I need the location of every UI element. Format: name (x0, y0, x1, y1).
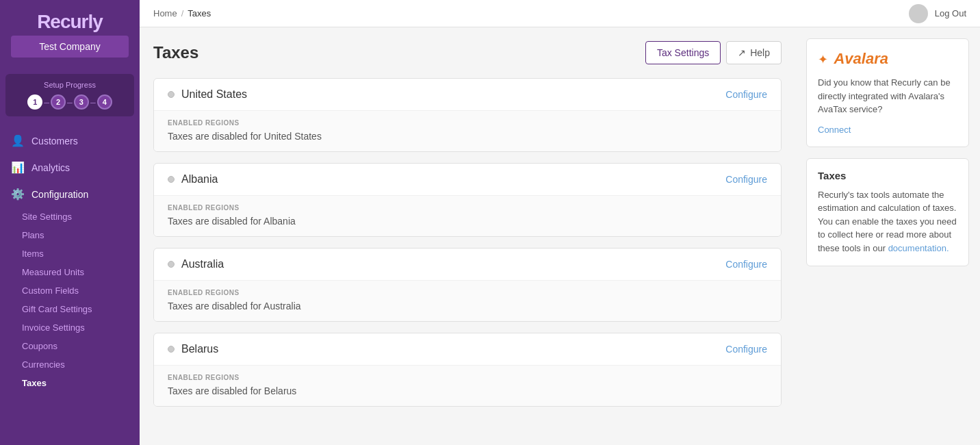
tax-card-body-belarus: ENABLED REGIONS Taxes are disabled for B… (154, 365, 781, 406)
step-dot-1: – (44, 97, 49, 107)
enabled-regions-label-us: ENABLED REGIONS (168, 119, 767, 127)
configuration-label: Configuration (31, 189, 88, 200)
tax-card-body-australia: ENABLED REGIONS Taxes are disabled for A… (154, 280, 781, 321)
tax-country-belarus: Belarus (168, 343, 218, 355)
step-dot-2: – (67, 97, 73, 107)
analytics-icon: 📊 (11, 161, 25, 174)
regions-text-belarus: Taxes are disabled for Belarus (168, 385, 767, 396)
tax-card-albania: Albania Configure ENABLED REGIONS Taxes … (153, 163, 782, 237)
status-dot-albania (168, 176, 175, 183)
tax-card-header-albania: Albania Configure (154, 164, 781, 195)
progress-steps: 1 – 2 – 3 – 4 (14, 94, 126, 110)
sidebar-item-currencies[interactable]: Currencies (0, 355, 140, 374)
setup-progress-label: Setup Progress (14, 81, 126, 89)
enabled-regions-label-australia: ENABLED REGIONS (168, 289, 767, 296)
country-name-united-states: United States (181, 88, 247, 101)
country-name-albania: Albania (181, 173, 218, 186)
tax-card-body-albania: ENABLED REGIONS Taxes are disabled for A… (154, 195, 781, 236)
sidebar-item-measured-units[interactable]: Measured Units (0, 263, 140, 281)
nav-section: 👤 Customers 📊 Analytics ⚙️ Configuration… (0, 122, 140, 445)
tax-card-belarus: Belarus Configure ENABLED REGIONS Taxes … (153, 333, 782, 407)
tax-card-header-belarus: Belarus Configure (154, 333, 781, 365)
breadcrumb: Home / Taxes (153, 8, 211, 18)
taxes-info-card: Taxes Recurly's tax tools automate the e… (806, 158, 969, 267)
tax-card-australia: Australia Configure ENABLED REGIONS Taxe… (153, 248, 782, 322)
help-button[interactable]: ↗ Help (726, 41, 782, 64)
sidebar-item-plans[interactable]: Plans (0, 226, 140, 244)
avalara-logo: ✦ Avalara (818, 50, 957, 68)
sidebar-item-invoice-settings[interactable]: Invoice Settings (0, 318, 140, 337)
logout-button[interactable]: Log Out (935, 8, 966, 18)
tax-card-header-australia: Australia Configure (154, 249, 781, 280)
status-dot-united-states (168, 91, 175, 98)
step-3: 3 (74, 94, 89, 110)
external-link-icon: ↗ (738, 47, 746, 58)
tax-country-albania: Albania (168, 173, 218, 186)
configure-link-albania[interactable]: Configure (725, 174, 767, 185)
tax-country-united-states: United States (168, 88, 247, 101)
configure-link-belarus[interactable]: Configure (725, 344, 767, 355)
customers-icon: 👤 (11, 134, 25, 147)
setup-progress: Setup Progress 1 – 2 – 3 – 4 (5, 74, 134, 116)
logo-r: R (37, 11, 50, 32)
configure-link-australia[interactable]: Configure (725, 259, 767, 270)
step-4: 4 (97, 94, 112, 110)
logo-text: Recurly (11, 11, 129, 33)
country-name-belarus: Belarus (181, 343, 218, 355)
regions-text-us: Taxes are disabled for United States (168, 131, 767, 142)
regions-text-albania: Taxes are disabled for Albania (168, 216, 767, 227)
topbar: Home / Taxes Log Out (140, 0, 980, 27)
breadcrumb-current: Taxes (188, 8, 211, 18)
breadcrumb-home[interactable]: Home (153, 8, 177, 18)
step-1: 1 (27, 94, 42, 110)
step-dot-3: – (90, 97, 96, 107)
analytics-label: Analytics (31, 162, 70, 173)
tax-card-body-united-states: ENABLED REGIONS Taxes are disabled for U… (154, 110, 781, 151)
sidebar-item-configuration[interactable]: ⚙️ Configuration (0, 181, 140, 207)
sidebar-item-customers[interactable]: 👤 Customers (0, 127, 140, 154)
status-dot-australia (168, 261, 175, 268)
main: Home / Taxes Log Out Taxes Tax Settings … (140, 0, 980, 445)
taxes-info-description: Recurly's tax tools automate the estimat… (818, 188, 957, 255)
page-title: Taxes (153, 43, 198, 62)
country-name-australia: Australia (181, 258, 224, 270)
status-dot-belarus (168, 346, 175, 353)
tax-card-header-united-states: United States Configure (154, 79, 781, 110)
sidebar-item-taxes[interactable]: Taxes (0, 374, 140, 392)
avalara-connect-link[interactable]: Connect (818, 125, 851, 135)
avalara-description: Did you know that Recurly can be directl… (818, 76, 957, 116)
sidebar-item-site-settings[interactable]: Site Settings (0, 207, 140, 226)
page-header: Taxes Tax Settings ↗ Help (153, 41, 782, 64)
avalara-icon: ✦ (818, 53, 828, 66)
help-label: Help (750, 47, 770, 58)
tax-country-australia: Australia (168, 258, 224, 270)
sidebar-item-custom-fields[interactable]: Custom Fields (0, 281, 140, 300)
main-content: Taxes Tax Settings ↗ Help United States (140, 27, 795, 445)
taxes-documentation-link[interactable]: documentation. (888, 243, 949, 253)
regions-text-australia: Taxes are disabled for Australia (168, 301, 767, 312)
step-2: 2 (51, 94, 66, 110)
sidebar-item-coupons[interactable]: Coupons (0, 337, 140, 355)
breadcrumb-separator: / (181, 8, 184, 18)
content-area: Taxes Tax Settings ↗ Help United States (140, 27, 980, 445)
sidebar-item-items[interactable]: Items (0, 244, 140, 263)
tax-card-united-states: United States Configure ENABLED REGIONS … (153, 78, 782, 152)
avalara-logo-text: Avalara (834, 50, 888, 67)
customers-label: Customers (31, 136, 78, 147)
enabled-regions-label-albania: ENABLED REGIONS (168, 204, 767, 212)
avalara-card: ✦ Avalara Did you know that Recurly can … (806, 38, 969, 147)
sidebar-item-analytics[interactable]: 📊 Analytics (0, 154, 140, 181)
logo-area: Recurly Test Company (0, 0, 140, 68)
sidebar: Recurly Test Company Setup Progress 1 – … (0, 0, 140, 445)
enabled-regions-label-belarus: ENABLED REGIONS (168, 374, 767, 381)
taxes-info-title: Taxes (818, 170, 957, 181)
logo-rest: ecurly (50, 11, 103, 32)
sidebar-item-gift-card-settings[interactable]: Gift Card Settings (0, 300, 140, 318)
configuration-icon: ⚙️ (11, 188, 25, 201)
topbar-right: Log Out (909, 4, 966, 23)
avatar (909, 4, 928, 23)
company-button[interactable]: Test Company (11, 36, 129, 58)
tax-settings-button[interactable]: Tax Settings (645, 41, 721, 64)
configure-link-united-states[interactable]: Configure (725, 89, 767, 100)
header-actions: Tax Settings ↗ Help (645, 41, 782, 64)
